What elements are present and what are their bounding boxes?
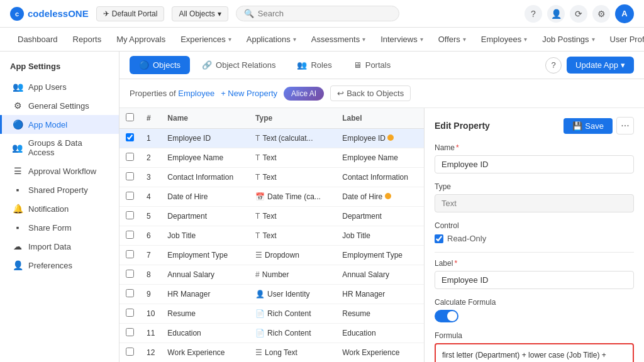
table-row[interactable]: 1 Employee ID TText (calculat... Employe…	[119, 129, 424, 148]
row-checkbox[interactable]	[126, 309, 134, 317]
row-label: HR Manager	[336, 285, 424, 304]
table-row[interactable]: 5 Department TText Department	[119, 207, 424, 226]
row-checkbox[interactable]	[126, 133, 134, 141]
table-row[interactable]: 3 Contact Information TText Contact Info…	[119, 168, 424, 187]
row-name: Contact Information	[161, 168, 249, 187]
nav-experiences[interactable]: Experiences▾	[173, 28, 239, 52]
avatar[interactable]: A	[615, 4, 634, 23]
nav-user-profile[interactable]: User Profile▾	[602, 28, 644, 52]
chevron-icon: ▾	[420, 36, 423, 43]
table-row[interactable]: 8 Annual Salary #Number Annual Salary	[119, 265, 424, 285]
save-label: Save	[585, 121, 604, 131]
row-checkbox[interactable]	[126, 289, 134, 297]
nav-offers[interactable]: Offers▾	[431, 28, 474, 52]
row-checkbox[interactable]	[126, 231, 134, 239]
row-name: Employee ID	[161, 129, 249, 148]
help-icon[interactable]: ?	[525, 5, 542, 23]
table-row[interactable]: 7 Employment Type ☰Dropdown Employment T…	[119, 246, 424, 265]
table-row[interactable]: 12 Work Experience ☰Long Text Work Exper…	[119, 343, 424, 363]
row-checkbox[interactable]	[126, 348, 134, 356]
edit-panel-header: Edit Property 💾 Save ···	[435, 117, 634, 134]
type-icon: 📄	[255, 309, 265, 318]
new-property-label: + New Property	[221, 89, 277, 98]
tab-label: Roles	[311, 60, 331, 70]
props-of-label: Properties of Employee	[130, 89, 214, 98]
table-row[interactable]: 6 Job Title TText Job Title	[119, 226, 424, 246]
alice-ai-label: Alice AI	[291, 89, 316, 98]
tab-help-icon[interactable]: ?	[545, 57, 562, 74]
nav-job-postings[interactable]: Job Postings▾	[535, 28, 602, 52]
more-options-button[interactable]: ···	[616, 117, 634, 134]
sidebar-item-import-data[interactable]: ☁ Import Data	[0, 237, 119, 256]
row-num: 12	[140, 343, 161, 363]
sidebar-item-app-users[interactable]: 👥 App Users	[0, 77, 119, 96]
row-name: Work Experience	[161, 343, 249, 363]
readonly-checkbox[interactable]	[435, 234, 443, 243]
row-type: TText	[249, 207, 336, 226]
row-type: TText	[249, 226, 336, 246]
row-type: ☰Long Text	[249, 343, 336, 363]
properties-table-panel: # Name Type Label 1 Employee ID TText (c…	[119, 108, 424, 362]
type-icon: T	[255, 212, 260, 221]
nav-assessments[interactable]: Assessments▾	[304, 28, 373, 52]
row-checkbox[interactable]	[126, 153, 134, 161]
row-checkbox[interactable]	[126, 270, 134, 278]
row-checkbox[interactable]	[126, 192, 134, 200]
settings-icon[interactable]: ⚙	[592, 5, 610, 23]
calc-formula-toggle[interactable]	[435, 310, 458, 322]
table-row[interactable]: 11 Education 📄Rich Content Education	[119, 324, 424, 343]
select-all-checkbox[interactable]	[126, 113, 134, 121]
sidebar-item-app-model[interactable]: 🔵 App Model	[0, 115, 119, 134]
save-button[interactable]: 💾 Save	[564, 118, 613, 134]
row-checkbox[interactable]	[126, 172, 134, 180]
row-checkbox[interactable]	[126, 328, 134, 336]
sidebar-label: Share Form	[28, 223, 72, 233]
table-row[interactable]: 4 Date of Hire 📅Date Time (ca... Date of…	[119, 187, 424, 207]
sidebar-item-approval-workflow[interactable]: ☰ Approval Workflow	[0, 162, 119, 180]
sidebar-item-preferences[interactable]: 👤 Preferences	[0, 256, 119, 275]
table-row[interactable]: 9 HR Manager 👤User Identity HR Manager	[119, 285, 424, 304]
back-to-objects-button[interactable]: ↩ Back to Objects	[330, 85, 411, 101]
props-header: Properties of Employee + New Property Al…	[119, 79, 644, 108]
chevron-icon: ▾	[362, 36, 365, 43]
nav-dashboard[interactable]: Dashboard	[10, 28, 65, 52]
history-icon[interactable]: ⟳	[570, 5, 587, 23]
readonly-checkbox-row: Read-Only	[435, 234, 634, 243]
nav-reports[interactable]: Reports	[65, 28, 109, 52]
tab-objects[interactable]: 🔵 Objects	[130, 56, 190, 74]
table-header-row: # Name Type Label	[119, 108, 424, 129]
update-app-button[interactable]: Update App ▾	[567, 57, 634, 74]
new-property-button[interactable]: + New Property	[221, 89, 277, 98]
all-objects-button[interactable]: All Objects ▾	[172, 6, 228, 21]
sidebar-item-notification[interactable]: 🔔 Notification	[0, 199, 119, 218]
nav-interviews[interactable]: Interviews▾	[373, 28, 431, 52]
table-row[interactable]: 10 Resume 📄Rich Content Resume	[119, 304, 424, 324]
name-field-input[interactable]	[435, 155, 634, 173]
sidebar-item-groups[interactable]: 👥 Groups & Data Access	[0, 134, 119, 162]
row-label: Department	[336, 207, 424, 226]
row-checkbox[interactable]	[126, 250, 134, 258]
label-field-input[interactable]	[435, 271, 634, 289]
tab-portals[interactable]: 🖥 Portals	[344, 56, 400, 74]
sidebar-item-share-form[interactable]: ▪ Share Form	[0, 218, 119, 237]
table-row[interactable]: 2 Employee Name TText Employee Name	[119, 148, 424, 168]
sidebar-item-shared-property[interactable]: ▪ Shared Property	[0, 180, 119, 199]
nav-approvals[interactable]: My Approvals	[109, 28, 173, 52]
share-icon: ▪	[12, 222, 23, 233]
nav-employees[interactable]: Employees▾	[474, 28, 535, 52]
portal-button[interactable]: ✈ Default Portal	[96, 6, 165, 21]
users-icon[interactable]: 👤	[547, 5, 565, 23]
tab-object-relations[interactable]: 🔗 Object Relations	[192, 56, 285, 74]
chevron-icon: ▾	[228, 36, 231, 43]
row-checkbox[interactable]	[126, 211, 134, 219]
type-icon: 👤	[255, 290, 265, 299]
object-name-link[interactable]: Employee	[178, 89, 214, 98]
row-name: Date of Hire	[161, 187, 249, 207]
alice-ai-button[interactable]: Alice AI	[284, 87, 324, 101]
search-input[interactable]	[258, 9, 391, 18]
sidebar-label: Shared Property	[28, 185, 88, 195]
tab-actions: ? Update App ▾	[545, 57, 634, 74]
nav-applications[interactable]: Applications▾	[239, 28, 304, 52]
tab-roles[interactable]: 👥 Roles	[287, 56, 341, 74]
sidebar-item-general-settings[interactable]: ⚙ General Settings	[0, 96, 119, 115]
